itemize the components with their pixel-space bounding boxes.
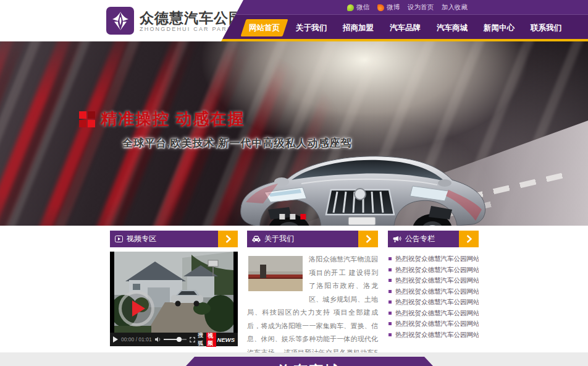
nav-item-about[interactable]: 关于我们	[288, 19, 335, 36]
video-section-title: 视频专区	[127, 234, 156, 244]
video-icon	[115, 236, 123, 242]
notice-item[interactable]: 热烈祝贺众德慧汽车公园网站开通了！	[388, 297, 479, 308]
about-body: 洛阳众德慧汽车物流园项目的开工 建设得到了洛阳市政府、洛龙区、城乡规划局、土地局…	[247, 253, 378, 366]
video-time: 00:00 / 01:01	[121, 336, 152, 343]
notice-item[interactable]: 热烈祝贺众德慧汽车公园网站开通了！	[388, 308, 479, 319]
about-section-header: 关于我们	[247, 231, 378, 247]
volume-slider[interactable]	[164, 339, 186, 340]
bullet-icon	[388, 268, 392, 271]
wechat-label: 微信	[356, 3, 369, 12]
chevron-right-icon	[466, 235, 472, 243]
topbar-links: 微信 微博 设为首页 加入收藏	[347, 0, 468, 15]
sohu-video-logo: 搜狐 视频 NEWS	[198, 331, 235, 347]
bullet-icon	[388, 257, 392, 260]
chevron-right-icon	[366, 235, 371, 243]
video-section: 视频专区	[110, 231, 238, 346]
carousel-dot-2[interactable]	[290, 214, 295, 219]
play-icon[interactable]	[113, 336, 118, 343]
wechat-link[interactable]: 微信	[347, 3, 369, 12]
bullet-icon	[388, 300, 392, 304]
wechat-icon	[347, 4, 354, 11]
notice-more-button[interactable]	[459, 231, 479, 247]
weibo-label: 微博	[387, 3, 400, 12]
about-section: 关于我们 洛阳众德慧汽车物流园项目的开工 建设得到了洛阳市政府、洛龙区、城乡规划…	[247, 231, 378, 366]
car-icon	[252, 236, 261, 242]
volume-icon[interactable]	[155, 336, 161, 343]
carousel-dot-3[interactable]	[300, 214, 306, 219]
nav-item-brands[interactable]: 汽车品牌	[382, 19, 429, 36]
page: 微信 微博 设为首页 加入收藏 网站首页 关于我们 招商加盟 汽车品牌 汽车商城…	[0, 0, 588, 366]
video-controls: 00:00 / 01:01 搜狐 视频 NEWS	[110, 333, 238, 346]
notice-item[interactable]: 热烈祝贺众德慧汽车公园网站开通了！	[388, 275, 479, 286]
notice-item[interactable]: 热烈祝贺众德慧汽车公园网站开通了！	[388, 253, 479, 265]
video-player[interactable]: 00:00 / 01:01 搜狐 视频 NEWS	[110, 252, 238, 346]
nav-item-label: 联系我们	[531, 23, 561, 32]
shipin-badge: 视频	[206, 332, 216, 347]
notice-item[interactable]: 热烈祝贺众德慧汽车公园网站开通了！	[388, 330, 479, 341]
logo-text: 众德慧汽车公园 ZHONGDEHUI CAR PARK	[140, 10, 243, 32]
nav-item-label: 网站首页	[249, 23, 280, 32]
fullscreen-icon[interactable]	[190, 336, 195, 343]
nav-item-label: 新闻中心	[484, 23, 514, 32]
main-nav: 网站首页 关于我们 招商加盟 汽车品牌 汽车商城 新闻中心 联系我们	[241, 16, 569, 39]
notice-item[interactable]: 热烈祝贺众德慧汽车公园网站开通了！	[388, 265, 479, 276]
site-title: 众德慧汽车公园	[140, 10, 243, 26]
nav-item-join[interactable]: 招商加盟	[335, 19, 382, 36]
site-subtitle: ZHONGDEHUI CAR PARK	[140, 26, 243, 32]
logo[interactable]: 众德慧汽车公园 ZHONGDEHUI CAR PARK	[0, 0, 243, 41]
nav-item-label: 汽车品牌	[390, 23, 421, 32]
site-header: 微信 微博 设为首页 加入收藏 网站首页 关于我们 招商加盟 汽车品牌 汽车商城…	[0, 0, 588, 41]
nav-item-contact[interactable]: 联系我们	[523, 19, 569, 36]
footer-heading: 汽车商城	[186, 362, 433, 366]
play-button-overlay[interactable]	[119, 291, 154, 326]
content-area: 视频专区	[110, 226, 479, 352]
hero-banner[interactable]: 精准操控 动感在握 全球平台,欧美技术,新一代中高级私人动感座驾	[0, 41, 588, 226]
bullet-icon	[388, 312, 392, 315]
about-photo	[248, 256, 303, 291]
notice-item[interactable]: 热烈祝贺众德慧汽车公园网站开通了！	[388, 318, 479, 330]
notice-section-title: 公告专栏	[405, 234, 435, 244]
nav-item-news[interactable]: 新闻中心	[476, 19, 523, 36]
notice-section-header: 公告专栏	[388, 231, 479, 247]
nav-item-label: 汽车商城	[437, 23, 468, 32]
nav-item-home[interactable]: 网站首页	[241, 19, 288, 36]
video-screen	[110, 252, 238, 333]
slider-knob[interactable]	[177, 337, 182, 342]
nav-item-label: 招商加盟	[343, 23, 374, 32]
megaphone-icon	[393, 236, 401, 243]
chevron-right-icon	[225, 235, 231, 243]
logo-lotus-icon	[106, 7, 134, 35]
weibo-icon	[377, 4, 384, 11]
about-more-button[interactable]	[358, 231, 378, 247]
bullet-icon	[388, 290, 392, 293]
bullet-icon	[388, 322, 392, 325]
notice-list: 热烈祝贺众德慧汽车公园网站开通了！ 热烈祝贺众德慧汽车公园网站开通了！ 热烈祝贺…	[388, 253, 479, 340]
hero-copy: 精准操控 动感在握 全球平台,欧美技术,新一代中高级私人动感座驾	[79, 108, 351, 150]
play-icon	[132, 300, 145, 317]
notice-item[interactable]: 热烈祝贺众德慧汽车公园网站开通了！	[388, 286, 479, 297]
nav-item-mall[interactable]: 汽车商城	[429, 19, 476, 36]
video-more-button[interactable]	[218, 231, 238, 247]
add-favorite-link[interactable]: 加入收藏	[442, 3, 468, 12]
footer-strip: 汽车商城	[0, 352, 588, 366]
sohu-text: 搜狐	[198, 331, 205, 347]
carousel-dot-1[interactable]	[279, 214, 285, 219]
set-home-link[interactable]: 设为首页	[408, 3, 434, 12]
notice-section: 公告专栏 热烈祝贺众德慧汽车公园网站开通了！ 热烈祝贺众德慧汽车公园网站开通了！…	[388, 231, 479, 340]
news-text: NEWS	[217, 336, 235, 343]
red-grid-icon	[79, 111, 95, 127]
video-section-header: 视频专区	[110, 231, 238, 247]
weibo-link[interactable]: 微博	[377, 3, 400, 12]
footer-banner: 汽车商城	[186, 357, 433, 366]
nav-item-label: 关于我们	[296, 23, 327, 32]
carousel-dots	[279, 214, 306, 219]
about-section-title: 关于我们	[264, 234, 294, 244]
bullet-icon	[388, 279, 392, 282]
bullet-icon	[388, 333, 392, 336]
hero-title: 精准操控 动感在握	[101, 108, 245, 130]
hero-subtitle: 全球平台,欧美技术,新一代中高级私人动感座驾	[122, 136, 351, 150]
